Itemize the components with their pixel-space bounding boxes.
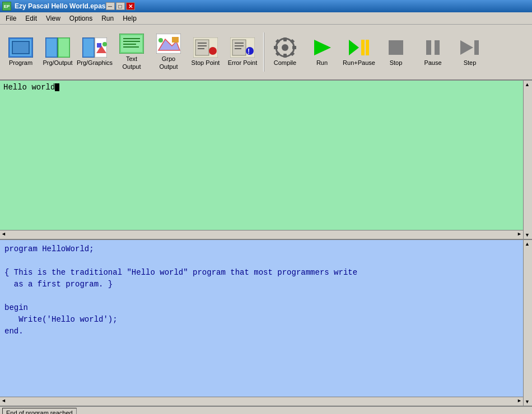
step-btn[interactable]: Step [452, 27, 487, 77]
text-output-btn[interactable]: Text Output [114, 27, 149, 77]
error-point-icon: ! [230, 37, 255, 58]
grpo-output-icon [156, 34, 181, 54]
text-output-icon [119, 34, 144, 54]
code-text[interactable]: program HelloWorld; { This is the tradit… [0, 240, 532, 341]
svg-rect-55 [426, 40, 431, 55]
svg-rect-54 [389, 40, 403, 55]
compile-icon [273, 37, 297, 58]
prg-graphics-icon [82, 37, 107, 58]
run-pause-btn-label: Run+Pause [343, 59, 375, 67]
svg-marker-57 [460, 40, 473, 55]
title-text: Ezy Pascal Hello World.epas [15, 2, 106, 10]
menu-view[interactable]: View [41, 13, 65, 23]
toolbar-separator-1 [263, 32, 264, 72]
pause-btn-label: Pause [424, 59, 441, 67]
svg-marker-50 [314, 40, 331, 55]
stop-point-btn[interactable]: Stop Point [188, 27, 223, 77]
close-button[interactable]: ✕ [126, 2, 135, 10]
text-output-btn-label: Text Output [116, 55, 147, 70]
stop-point-icon [193, 37, 218, 58]
svg-point-32 [209, 47, 217, 55]
svg-rect-9 [83, 39, 94, 57]
run-btn-label: Run [316, 59, 328, 67]
output-area: Hello world [0, 81, 532, 240]
compile-btn[interactable]: Compile [268, 27, 302, 77]
run-pause-btn[interactable]: Run+Pause [342, 27, 376, 77]
stop-icon [384, 37, 408, 58]
svg-rect-13 [97, 43, 101, 48]
program-btn-label: Program [9, 59, 32, 67]
svg-rect-16 [121, 35, 142, 52]
title-bar: EP Ezy Pascal Hello World.epas ─ □ ✕ [0, 0, 532, 12]
pause-btn[interactable]: Pause [416, 27, 450, 77]
svg-point-41 [282, 44, 288, 51]
status-message: End of program reached [2, 408, 77, 414]
code-scrollbar-h[interactable] [0, 397, 523, 406]
pause-icon [421, 37, 445, 58]
svg-rect-53 [366, 40, 369, 55]
menu-file[interactable]: File [1, 13, 21, 23]
program-btn[interactable]: Program [3, 27, 38, 77]
app-icon: EP [2, 2, 11, 11]
error-point-btn-label: Error Point [228, 59, 258, 67]
svg-marker-51 [349, 40, 359, 55]
svg-rect-28 [195, 40, 209, 55]
run-pause-icon [347, 37, 371, 58]
svg-rect-44 [274, 46, 278, 49]
title-buttons: ─ □ ✕ [106, 2, 135, 10]
svg-rect-7 [59, 39, 69, 57]
stop-btn[interactable]: Stop [379, 27, 413, 77]
error-point-btn[interactable]: ! Error Point [225, 27, 260, 77]
svg-rect-42 [283, 37, 287, 41]
minimize-button[interactable]: ─ [106, 2, 115, 10]
svg-rect-58 [474, 40, 479, 55]
svg-point-14 [102, 42, 107, 46]
menu-options[interactable]: Options [65, 13, 97, 23]
output-scrollbar-h[interactable] [0, 230, 523, 239]
svg-rect-43 [283, 54, 287, 58]
svg-rect-3 [13, 42, 29, 53]
menu-help[interactable]: Help [118, 13, 141, 23]
maximize-button[interactable]: □ [116, 2, 125, 10]
menu-run[interactable]: Run [97, 13, 118, 23]
stop-btn-label: Stop [390, 59, 403, 67]
prg-graphics-btn[interactable]: Prg/Graphics [77, 27, 112, 77]
svg-point-25 [158, 38, 163, 43]
toolbar: Program Prg/Output Prg/Gr [0, 25, 532, 81]
prg-output-btn-label: Prg/Output [43, 59, 72, 67]
stop-point-btn-label: Stop Point [192, 59, 220, 67]
prg-graphics-btn-label: Prg/Graphics [77, 59, 113, 67]
grpo-output-btn[interactable]: Grpo Output [151, 27, 186, 77]
svg-rect-26 [172, 37, 179, 43]
compile-btn-label: Compile [274, 59, 296, 67]
status-text: End of program reached [6, 410, 73, 414]
code-area: program HelloWorld; { This is the tradit… [0, 240, 532, 406]
menu-edit[interactable]: Edit [21, 13, 41, 23]
text-cursor [55, 83, 59, 91]
svg-rect-5 [46, 39, 57, 57]
grpo-output-btn-label: Grpo Output [153, 55, 184, 70]
svg-rect-34 [232, 40, 246, 55]
program-icon [8, 37, 33, 58]
svg-rect-56 [435, 40, 440, 55]
prg-output-icon [45, 37, 70, 58]
output-scrollbar-v[interactable] [523, 81, 532, 239]
status-bar: End of program reached [0, 406, 532, 414]
step-icon [458, 37, 482, 58]
output-text-content: Hello world [3, 83, 55, 92]
menu-bar: File Edit View Options Run Help [0, 12, 532, 25]
svg-text:!: ! [248, 48, 250, 55]
output-text[interactable]: Hello world [0, 81, 532, 94]
run-icon [310, 37, 334, 58]
code-scrollbar-v[interactable] [523, 240, 532, 406]
svg-rect-45 [292, 46, 296, 49]
step-btn-label: Step [464, 59, 477, 67]
run-btn[interactable]: Run [305, 27, 339, 77]
prg-output-btn[interactable]: Prg/Output [40, 27, 75, 77]
svg-rect-52 [361, 40, 365, 55]
